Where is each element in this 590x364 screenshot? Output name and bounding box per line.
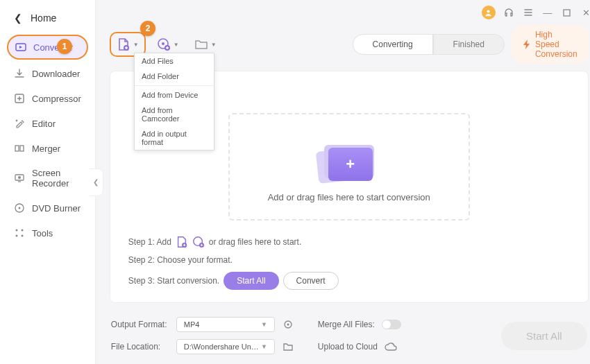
main: — ✕ ▼ ▼ ▼ xyxy=(96,0,590,364)
add-disc-icon[interactable] xyxy=(192,236,205,248)
downloader-icon xyxy=(14,68,25,79)
minimize-icon[interactable]: — xyxy=(541,6,554,19)
callout-badge-2: 2 xyxy=(140,21,155,36)
svg-point-7 xyxy=(19,207,21,209)
drop-area[interactable]: + Add or drag files here to start conver… xyxy=(228,113,470,220)
sidebar-item-label: Merger xyxy=(32,144,60,154)
steps: Step 1: Add or drag files here to start.… xyxy=(110,233,588,302)
svg-point-8 xyxy=(16,229,18,232)
merge-label: Merge All Files: xyxy=(318,320,375,329)
step-1-pre: Step 1: Add xyxy=(128,237,171,247)
compressor-icon xyxy=(14,93,25,104)
tools-icon xyxy=(14,227,25,239)
tabs: Converting Finished xyxy=(353,34,505,55)
sidebar-item-label: DVD Burner xyxy=(32,203,81,214)
step-1-post: or drag files here to start. xyxy=(209,237,301,247)
svg-point-12 xyxy=(487,10,490,12)
svg-point-10 xyxy=(16,235,18,237)
sidebar-item-label: Compressor xyxy=(32,94,81,104)
svg-point-5 xyxy=(18,176,21,179)
menu-item-add-folder[interactable]: Add Folder xyxy=(135,69,214,84)
svg-point-22 xyxy=(287,324,289,326)
lightning-icon xyxy=(523,40,531,49)
svg-point-16 xyxy=(162,42,165,45)
maximize-icon[interactable] xyxy=(561,6,573,19)
menu-item-add-from-camcorder[interactable]: Add from Camcorder xyxy=(135,103,214,126)
upload-label: Upload to Cloud xyxy=(318,342,378,352)
tab-converting[interactable]: Converting xyxy=(353,34,433,55)
sidebar-item-converter[interactable]: Converter xyxy=(7,35,88,60)
start-all-button[interactable]: Start All xyxy=(501,322,587,350)
avatar[interactable] xyxy=(482,6,496,19)
file-location-value: D:\Wondershare UniConverter 1 xyxy=(184,343,260,351)
file-location-label: File Location: xyxy=(111,342,169,352)
folder-illustration: + xyxy=(314,141,384,182)
high-speed-label: High Speed Conversion xyxy=(535,30,578,59)
menu-item-add-from-device[interactable]: Add from Device xyxy=(135,87,214,103)
sidebar-item-dvd-burner[interactable]: DVD Burner xyxy=(7,197,88,219)
menu-separator xyxy=(135,85,214,86)
step-3-text: Step 3: Start conversion. xyxy=(128,276,219,286)
output-format-select[interactable]: MP4 ▼ xyxy=(176,317,275,332)
start-all-step-button[interactable]: Start All xyxy=(224,272,278,290)
callout-badge-1: 1 xyxy=(57,39,72,54)
titlebar: — ✕ xyxy=(96,0,590,25)
chevron-down-icon: ▼ xyxy=(174,42,179,48)
step-1: Step 1: Add or drag files here to start. xyxy=(128,236,570,248)
sidebar-item-tools[interactable]: Tools xyxy=(7,222,88,244)
menu-icon[interactable] xyxy=(522,6,534,19)
settings-icon[interactable] xyxy=(282,318,294,331)
menu-item-add-in-output-format[interactable]: Add in output format xyxy=(135,126,214,150)
close-icon[interactable]: ✕ xyxy=(580,6,590,19)
sidebar: ❮ Home Converter Downloader Compressor xyxy=(0,0,96,364)
sidebar-item-downloader[interactable]: Downloader xyxy=(7,62,88,85)
step-3: Step 3: Start conversion. Start All Conv… xyxy=(128,272,570,290)
back-icon[interactable]: ❮ xyxy=(14,12,22,24)
svg-point-11 xyxy=(22,235,24,237)
high-speed-button[interactable]: High Speed Conversion xyxy=(512,25,589,64)
add-folder-button[interactable]: ▼ xyxy=(190,35,221,54)
screen-recorder-icon xyxy=(14,173,25,184)
chevron-down-icon: ▼ xyxy=(261,321,267,328)
dvd-burner-icon xyxy=(14,202,25,214)
menu-item-add-files[interactable]: Add Files xyxy=(135,53,214,69)
open-folder-icon[interactable] xyxy=(282,340,294,353)
editor-icon xyxy=(14,118,25,129)
cloud-icon[interactable] xyxy=(385,340,397,353)
sidebar-collapse-handle[interactable]: ❮ xyxy=(90,168,103,196)
headset-icon[interactable] xyxy=(503,6,515,19)
add-file-icon xyxy=(117,37,130,51)
add-file-dropdown: Add Files Add Folder Add from Device Add… xyxy=(134,53,214,150)
add-file-icon[interactable] xyxy=(176,236,188,248)
sidebar-item-label: Editor xyxy=(32,119,56,129)
svg-rect-13 xyxy=(564,10,570,16)
sidebar-item-merger[interactable]: Merger xyxy=(7,137,88,159)
converter-icon xyxy=(15,42,26,53)
file-location-select[interactable]: D:\Wondershare UniConverter 1 ▼ xyxy=(176,339,275,354)
step-2: Step 2: Choose your format. xyxy=(128,255,570,265)
footer: Output Format: MP4 ▼ Merge All Files: Fi… xyxy=(96,310,590,364)
drop-text: Add or drag files here to start conversi… xyxy=(268,192,430,202)
merger-icon xyxy=(14,143,25,154)
tab-finished[interactable]: Finished xyxy=(433,34,505,55)
sidebar-item-label: Screen Recorder xyxy=(32,168,81,189)
svg-rect-3 xyxy=(20,146,24,151)
svg-point-9 xyxy=(22,229,24,232)
add-disc-button[interactable]: ▼ xyxy=(153,35,183,54)
svg-rect-2 xyxy=(15,146,19,151)
output-format-label: Output Format: xyxy=(111,320,169,329)
add-disc-icon xyxy=(157,37,171,51)
convert-step-button[interactable]: Convert xyxy=(283,272,339,290)
sidebar-item-editor[interactable]: Editor xyxy=(7,112,88,135)
sidebar-item-screen-recorder[interactable]: Screen Recorder xyxy=(7,162,88,194)
sidebar-item-label: Downloader xyxy=(32,69,80,79)
chevron-down-icon: ▼ xyxy=(211,42,217,48)
chevron-down-icon: ▼ xyxy=(261,343,267,350)
sidebar-item-compressor[interactable]: Compressor xyxy=(7,87,88,110)
add-folder-icon xyxy=(194,37,208,51)
output-format-value: MP4 xyxy=(184,320,200,329)
sidebar-item-label: Tools xyxy=(32,228,53,239)
chevron-down-icon: ▼ xyxy=(133,42,139,48)
merge-toggle[interactable] xyxy=(382,320,401,329)
home-label: Home xyxy=(31,12,56,24)
